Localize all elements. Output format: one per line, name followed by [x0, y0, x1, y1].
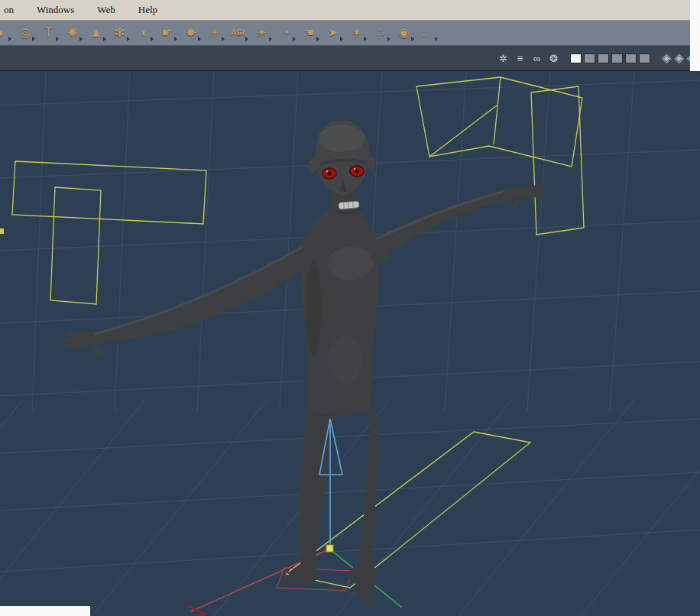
target-tool-icon[interactable]: ◎: [15, 23, 35, 44]
dart-tool-icon[interactable]: ➤: [322, 23, 343, 44]
manipulator-center-handle[interactable]: [326, 545, 333, 552]
shading-mode-4[interactable]: [611, 53, 623, 63]
white-corner-top-right: [690, 0, 700, 71]
shield-display-icon-2[interactable]: ◈: [674, 52, 683, 64]
finger-tool-icon[interactable]: ☛: [157, 23, 177, 44]
bone-tool-icon[interactable]: ♩: [417, 23, 438, 44]
menu-bar: on Windows Web Help: [0, 0, 690, 21]
display-options-bar: ✲ ≡ ∞ ❂ ◈ ◈ ◈: [0, 46, 700, 71]
starburst-tool-icon[interactable]: ✳: [204, 23, 225, 44]
menu-item-help[interactable]: Help: [136, 2, 160, 18]
shading-mode-selected[interactable]: [570, 53, 582, 63]
brush-tip-tool-icon[interactable]: ◗: [0, 23, 11, 44]
white-strip-bottom-left: [0, 606, 90, 616]
shading-mode-group: [570, 53, 650, 63]
spider-tool-icon[interactable]: ✶: [346, 23, 367, 44]
menu-item-windows[interactable]: Windows: [34, 2, 76, 18]
mound-tool-icon[interactable]: ◖: [133, 23, 154, 44]
menu-item-web[interactable]: Web: [95, 2, 118, 18]
ring-tool-icon[interactable]: ◉: [394, 23, 414, 44]
viewport-3d[interactable]: [0, 71, 700, 616]
tool-shelf: ◗ ◎ T ✺ ▲ ✻ ◖ ☛ ✸ ✳ AGr ☀ ◔ ☚ ➤ ✶ ∴ ◉ ♩: [0, 21, 690, 46]
chest-highlight: [327, 247, 373, 280]
wheel-display-icon[interactable]: ❂: [547, 53, 560, 63]
shading-mode-3[interactable]: [598, 53, 609, 63]
shading-mode-2[interactable]: [584, 53, 595, 63]
terrain-tool-icon[interactable]: ▲: [86, 23, 106, 44]
shell-tool-icon[interactable]: ◔: [275, 23, 296, 44]
hand-tool-icon[interactable]: ☚: [299, 23, 319, 44]
bars-display-icon[interactable]: ≡: [514, 53, 527, 63]
nodes-tool-icon[interactable]: ∴: [370, 23, 391, 44]
shading-mode-6[interactable]: [639, 53, 650, 63]
character-model[interactable]: [63, 120, 548, 605]
flower-tool-icon[interactable]: ✻: [109, 23, 130, 44]
text-tool-icon[interactable]: T: [38, 23, 59, 44]
fur-ball-tool-icon[interactable]: ✺: [62, 23, 83, 44]
character-mouth: [339, 201, 360, 209]
shield-display-icon-1[interactable]: ◈: [662, 52, 671, 64]
particles-display-icon[interactable]: ✲: [497, 53, 510, 63]
landscape-tool-icon[interactable]: ☀: [251, 23, 272, 44]
binoculars-display-icon[interactable]: ∞: [530, 53, 543, 63]
belly-highlight: [329, 336, 362, 384]
agr-tool-icon[interactable]: AGr: [228, 23, 248, 44]
menu-item-truncated[interactable]: on: [2, 2, 16, 18]
side-shadow: [306, 261, 321, 355]
shading-mode-5[interactable]: [625, 53, 637, 63]
splash-tool-icon[interactable]: ✸: [180, 23, 201, 44]
